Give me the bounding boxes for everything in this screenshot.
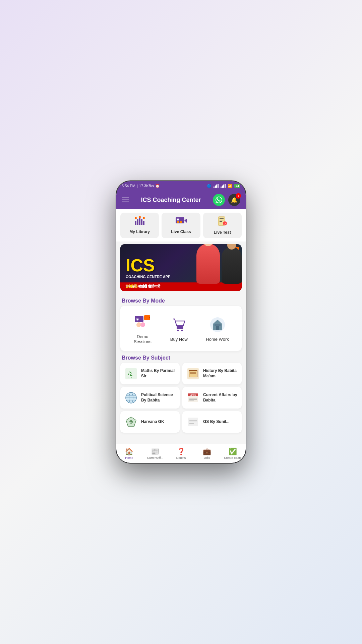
subject-row-1: √∑ +−× Maths By Parimal Sir (120, 363, 242, 384)
app-header: ICS Coaching Center 🔔 1 (116, 191, 246, 209)
svg-rect-8 (176, 217, 184, 223)
browse-subject-title: Browse By Subject (116, 351, 246, 363)
placeholder-label: GS By Sunil... (203, 419, 230, 425)
subject-placeholder[interactable]: GS By Sunil... (182, 411, 242, 433)
subject-current-affairs[interactable]: NEWS Current Affairs by Babita (182, 387, 242, 409)
status-time: 5:54 PM (122, 184, 135, 188)
live-class-label: Live Class (171, 229, 191, 234)
subject-haryana-gk[interactable]: GK Harvana GK (120, 411, 180, 433)
hamburger-menu[interactable] (122, 198, 129, 202)
news-nav-icon: 📰 (151, 447, 159, 455)
svg-rect-4 (143, 221, 144, 225)
current-affairs-label: Current Affairs by Babita (203, 392, 238, 403)
subject-history[interactable]: History By Babita Ma'am (182, 363, 242, 384)
svg-text:√∑: √∑ (127, 371, 132, 376)
mode-buy-now[interactable]: Buy Now (166, 313, 192, 344)
svg-point-31 (177, 329, 179, 331)
maths-icon: √∑ +−× (124, 367, 138, 380)
whatsapp-button[interactable] (213, 194, 225, 206)
subject-grid: √∑ +−× Maths By Parimal Sir (120, 363, 242, 433)
nav-current-affairs[interactable]: 📰 CurrentAff... (142, 446, 168, 461)
placeholder-icon (186, 415, 200, 429)
person-female (222, 247, 242, 284)
signal-bars-2 (221, 184, 226, 188)
banner-hindi-line2: गारंटी से तैयारी (139, 284, 161, 289)
live-test-icon: ✓ (217, 216, 227, 228)
svg-text:GK: GK (129, 421, 133, 423)
browse-mode-title: Browse By Mode (116, 294, 246, 306)
jobs-nav-label: Jobs (204, 456, 210, 460)
status-speed: | (137, 184, 138, 188)
subject-political-science[interactable]: Political Science By Babita (120, 387, 180, 409)
maths-label: Maths By Parimal Sir (141, 368, 176, 379)
svg-point-10 (177, 221, 179, 223)
subject-row-2: Political Science By Babita NEWS (120, 387, 242, 409)
live-class-icon (175, 216, 187, 227)
political-science-label: Political Science By Babita (141, 392, 176, 403)
notification-button[interactable]: 🔔 1 (228, 194, 240, 206)
svg-rect-0 (135, 221, 136, 225)
svg-rect-2 (139, 218, 140, 225)
library-icon (134, 216, 145, 227)
history-icon (186, 367, 200, 380)
mode-home-work[interactable]: Home Work (202, 313, 233, 344)
browse-mode-card: DemoSessions (120, 306, 242, 351)
status-left: 5:54 PM | 17.3KB/s ⏰ (122, 184, 160, 188)
status-bar: 5:54 PM | 17.3KB/s ⏰ 🔵 (116, 181, 246, 191)
svg-point-11 (180, 221, 182, 223)
svg-point-20 (136, 322, 141, 327)
header-icons: 🔔 1 (213, 194, 240, 206)
create-exam-nav-icon: ✅ (229, 447, 237, 455)
doubts-nav-icon: ❓ (177, 447, 185, 455)
nav-doubts[interactable]: ❓ Doubts (168, 446, 194, 461)
haryana-gk-icon: GK (124, 415, 138, 429)
bottom-navigation: 🏠 Home 📰 CurrentAff... ❓ Doubts 💼 Jobs ✅… (116, 444, 246, 463)
promo-banner: ICS ICS COACHING CENTRE APP सरकारी नौकरी… (120, 244, 242, 291)
nav-jobs[interactable]: 💼 Jobs (194, 446, 220, 461)
svg-point-5 (135, 217, 137, 219)
svg-point-7 (143, 217, 145, 219)
my-library-label: My Library (129, 229, 150, 234)
svg-rect-36 (215, 324, 221, 326)
tab-live-class[interactable]: Live Class (162, 213, 200, 238)
svg-text:+−×: +−× (127, 376, 132, 379)
subject-maths[interactable]: √∑ +−× Maths By Parimal Sir (120, 363, 180, 384)
home-work-icon (208, 315, 227, 334)
tab-my-library[interactable]: My Library (120, 213, 159, 238)
svg-rect-35 (216, 326, 219, 330)
notification-badge: 1 (236, 193, 241, 199)
home-work-label: Home Work (206, 337, 229, 342)
battery-indicator: 74 (234, 184, 240, 188)
nav-home[interactable]: 🏠 Home (116, 446, 142, 461)
svg-point-32 (181, 329, 183, 331)
history-label: History By Babita Ma'am (203, 368, 238, 379)
haryana-gk-label: Harvana GK (141, 419, 164, 425)
svg-point-6 (139, 216, 141, 218)
tab-live-test[interactable]: ✓ Live Test (203, 213, 242, 238)
status-speed-value: 17.3KB/s (139, 184, 154, 188)
create-exam-nav-label: Create Exam (224, 456, 242, 460)
current-affairs-icon: NEWS (186, 391, 200, 405)
svg-text:NEWS: NEWS (190, 394, 196, 396)
app-title: ICS Coaching Center (141, 197, 201, 204)
signal-bars-1 (214, 184, 219, 188)
current-affairs-nav-label: CurrentAff... (147, 456, 163, 460)
nav-create-exam[interactable]: ✅ Create Exam (220, 446, 246, 461)
demo-sessions-label: DemoSessions (134, 334, 152, 344)
buy-now-label: Buy Now (170, 337, 188, 342)
banner-hindi-percent: 100% (126, 283, 139, 289)
jobs-nav-icon: 💼 (203, 447, 211, 455)
main-content[interactable]: My Library Live Class (116, 209, 246, 444)
banner-hindi2-wrap: 100% गारंटी से तैयारी (126, 283, 208, 289)
svg-marker-9 (184, 219, 187, 223)
home-nav-label: Home (125, 456, 133, 460)
home-nav-icon: 🏠 (125, 447, 133, 455)
live-test-label: Live Test (214, 230, 231, 235)
mode-demo-sessions[interactable]: DemoSessions (129, 310, 156, 347)
person-male (196, 244, 220, 284)
svg-point-21 (140, 322, 145, 327)
political-science-icon (124, 391, 138, 405)
wifi-icon: 📶 (228, 184, 232, 188)
svg-rect-1 (137, 219, 138, 225)
svg-rect-22 (135, 316, 143, 322)
